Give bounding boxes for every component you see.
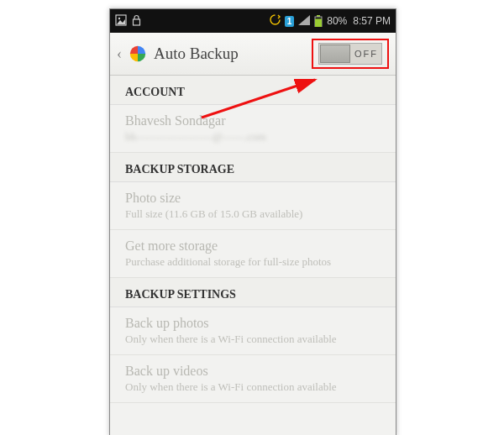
- svg-rect-5: [315, 18, 322, 27]
- photo-size-title: Photo size: [125, 191, 381, 206]
- battery-icon: [314, 15, 323, 27]
- backup-photos-title: Back up photos: [125, 316, 381, 331]
- signal-icon: [298, 15, 310, 28]
- toggle-thumb: [320, 45, 350, 63]
- status-bar: 1 80% 8:57 PM: [110, 9, 396, 33]
- google-photos-icon: [129, 45, 147, 63]
- battery-percent: 80%: [327, 15, 347, 27]
- backup-photos-sub: Only when there is a Wi-Fi connection av…: [125, 333, 381, 346]
- backup-videos-sub: Only when there is a Wi-Fi connection av…: [125, 380, 381, 394]
- back-button[interactable]: ‹: [117, 45, 122, 63]
- svg-point-1: [118, 17, 120, 18]
- backup-videos-title: Back up videos: [125, 364, 381, 379]
- section-header-storage: BACKUP STORAGE: [110, 153, 396, 182]
- clock-text: 8:57 PM: [353, 15, 391, 27]
- app-header: ‹ Auto Backup OFF: [110, 33, 396, 76]
- phone-frame: 1 80% 8:57 PM ‹ Auto Backup OF: [109, 8, 396, 435]
- toggle-highlight-box: OFF: [312, 39, 389, 69]
- backup-photos-item[interactable]: Back up photos Only when there is a Wi-F…: [110, 307, 396, 355]
- get-more-storage-item[interactable]: Get more storage Purchase additional sto…: [110, 230, 396, 278]
- image-icon: [115, 14, 127, 29]
- account-item[interactable]: Bhavesh Sondagar bh———————@——.com: [110, 105, 396, 153]
- section-header-account: ACCOUNT: [110, 76, 396, 105]
- account-name: Bhavesh Sondagar: [125, 113, 381, 128]
- lock-icon: [132, 14, 141, 29]
- sim-badge: 1: [285, 16, 295, 27]
- section-header-settings: BACKUP SETTINGS: [110, 278, 396, 307]
- account-email: bh———————@——.com: [125, 130, 381, 144]
- backup-videos-item[interactable]: Back up videos Only when there is a Wi-F…: [110, 355, 396, 403]
- get-more-sub: Purchase additional storage for full-siz…: [125, 255, 381, 269]
- toggle-state-label: OFF: [354, 49, 378, 59]
- get-more-title: Get more storage: [125, 238, 381, 254]
- svg-rect-2: [134, 19, 140, 25]
- photo-size-sub: Full size (11.6 GB of 15.0 GB available): [125, 207, 381, 221]
- page-title: Auto Backup: [154, 45, 305, 63]
- sync-icon: [270, 14, 281, 28]
- auto-backup-toggle[interactable]: OFF: [318, 43, 382, 65]
- photo-size-item[interactable]: Photo size Full size (11.6 GB of 15.0 GB…: [110, 182, 396, 230]
